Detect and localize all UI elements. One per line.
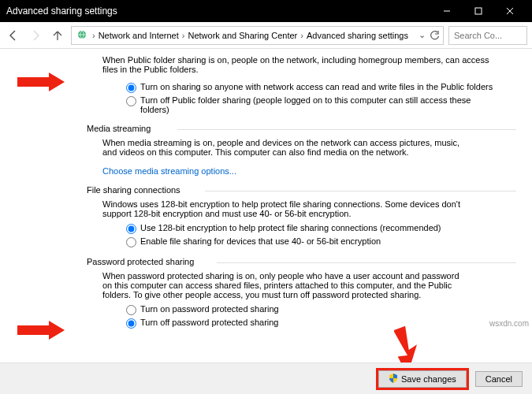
- back-button[interactable]: [5, 27, 22, 44]
- save-changes-button[interactable]: Save changes: [378, 370, 467, 388]
- radio-input[interactable]: [126, 224, 136, 234]
- public-folder-radio-group: Turn on sharing so anyone with network a…: [126, 82, 500, 114]
- search-field[interactable]: [454, 31, 522, 40]
- radio-turn-off-public-sharing[interactable]: Turn off Public folder sharing (people l…: [126, 95, 500, 114]
- radio-label: Enable file sharing for devices that use…: [140, 236, 500, 246]
- radio-turn-off-password[interactable]: Turn off password protected sharing: [126, 318, 500, 329]
- chevron-down-icon[interactable]: ⌄: [419, 30, 426, 40]
- shield-icon: [389, 374, 398, 385]
- cancel-button[interactable]: Cancel: [475, 371, 523, 387]
- annotation-highlight: Save changes: [376, 368, 469, 390]
- section-password-sharing: Password protected sharing: [87, 254, 500, 268]
- minimize-button[interactable]: [431, 0, 463, 22]
- refresh-icon[interactable]: [429, 30, 440, 41]
- chevron-right-icon: ›: [180, 31, 187, 40]
- button-label: Save changes: [401, 374, 456, 384]
- radio-label: Turn off Public folder sharing (people l…: [140, 95, 500, 114]
- public-folder-intro: When Public folder sharing is on, people…: [102, 55, 500, 74]
- radio-input[interactable]: [126, 83, 136, 93]
- svg-marker-5: [17, 72, 65, 91]
- close-button[interactable]: [494, 0, 526, 22]
- radio-label: Turn off password protected sharing: [140, 318, 500, 327]
- radio-label: Turn on password protected sharing: [140, 304, 500, 314]
- network-icon: [76, 29, 87, 42]
- watermark: wsxdn.com: [489, 319, 529, 328]
- radio-input[interactable]: [126, 318, 136, 329]
- crumb-network-internet[interactable]: Network and Internet: [99, 31, 179, 40]
- button-label: Cancel: [485, 374, 512, 384]
- file-sharing-radio-group: Use 128-bit encryption to help protect f…: [126, 223, 500, 247]
- file-sharing-body: Windows uses 128-bit encryption to help …: [102, 199, 469, 218]
- radio-input[interactable]: [126, 305, 136, 315]
- chevron-right-icon: ›: [299, 31, 305, 40]
- up-button[interactable]: [49, 27, 66, 44]
- password-sharing-body: When password protected sharing is on, o…: [102, 271, 469, 299]
- radio-input[interactable]: [126, 96, 136, 106]
- content-area: When Public folder sharing is on, people…: [0, 49, 532, 362]
- toolbar: › Network and Internet › Network and Sha…: [0, 22, 532, 49]
- radio-turn-on-public-sharing[interactable]: Turn on sharing so anyone with network a…: [126, 82, 500, 93]
- radio-label: Turn on sharing so anyone with network a…: [140, 82, 500, 91]
- radio-128-bit[interactable]: Use 128-bit encryption to help protect f…: [126, 223, 500, 234]
- annotation-arrow: [17, 72, 65, 91]
- annotation-arrow: [17, 321, 65, 340]
- media-streaming-link[interactable]: Choose media streaming options...: [102, 166, 236, 176]
- radio-turn-on-password[interactable]: Turn on password protected sharing: [126, 304, 500, 315]
- search-input[interactable]: [448, 26, 527, 45]
- forward-button[interactable]: [27, 27, 44, 44]
- radio-label: Use 128-bit encryption to help protect f…: [140, 223, 500, 232]
- titlebar: Advanced sharing settings: [0, 0, 532, 22]
- radio-40-56-bit[interactable]: Enable file sharing for devices that use…: [126, 236, 500, 247]
- crumb-advanced-sharing[interactable]: Advanced sharing settings: [307, 31, 408, 40]
- svg-rect-1: [475, 8, 482, 14]
- crumb-sharing-center[interactable]: Network and Sharing Center: [188, 31, 297, 40]
- maximize-button[interactable]: [463, 0, 494, 22]
- svg-marker-6: [17, 321, 65, 340]
- footer: Save changes Cancel: [0, 362, 532, 394]
- chevron-right-icon: ›: [91, 31, 97, 40]
- breadcrumb[interactable]: › Network and Internet › Network and Sha…: [71, 26, 444, 45]
- media-streaming-body: When media streaming is on, people and d…: [102, 138, 469, 157]
- password-radio-group: Turn on password protected sharing Turn …: [126, 304, 500, 329]
- window-title: Advanced sharing settings: [6, 6, 431, 17]
- section-media-streaming: Media streaming: [87, 121, 500, 135]
- radio-input[interactable]: [126, 237, 136, 247]
- section-file-sharing: File sharing connections: [87, 182, 500, 196]
